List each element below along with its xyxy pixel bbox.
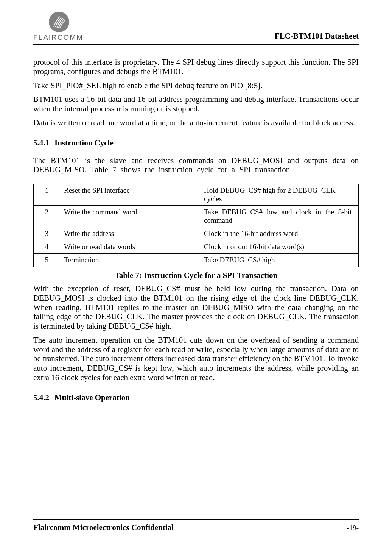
table-7: 1 Reset the SPI interface Hold DEBUG_CS#… [33, 184, 359, 267]
heading-542: 5.4.2Multi-slave Operation [33, 393, 359, 402]
heading-542-num: 5.4.2 [33, 393, 54, 402]
table-row: 2 Write the command word Take DEBUG_CS# … [34, 206, 359, 227]
cell-step-name: Reset the SPI interface [60, 184, 200, 206]
para-intro-3: BTM101 uses a 16-bit data and 16-bit add… [33, 95, 359, 114]
cell-step-action: Clock in or out 16-bit data word(s) [200, 240, 359, 254]
cell-step-num: 3 [34, 227, 60, 240]
table-row: 4 Write or read data words Clock in or o… [34, 240, 359, 254]
page-header: FLAIRCOMM FLC-BTM101 Datasheet [33, 11, 359, 42]
para-after-table-1: With the exception of reset, DEBUG_CS# m… [33, 284, 359, 331]
page-number: -19- [347, 524, 359, 532]
cell-step-name: Write the address [60, 227, 200, 240]
para-intro-4: Data is written or read one word at a ti… [33, 118, 359, 128]
doc-title: FLC-BTM101 Datasheet [275, 31, 359, 41]
cell-step-action: Clock in the 16-bit address word [200, 227, 359, 240]
cell-step-action: Hold DEBUG_CS# high for 2 DEBUG_CLK cycl… [200, 184, 359, 206]
logo-text: FLAIRCOMM [33, 33, 83, 42]
para-intro-1: protocol of this interface is proprietar… [33, 58, 359, 76]
table-row: 3 Write the address Clock in the 16-bit … [34, 227, 359, 240]
table-row: 5 Termination Take DEBUG_CS# high [34, 254, 359, 267]
flaircomm-logo-icon [48, 11, 70, 33]
cell-step-action: Take DEBUG_CS# low and clock in the 8-bi… [200, 206, 359, 227]
cell-step-action: Take DEBUG_CS# high [200, 254, 359, 267]
cell-step-num: 2 [34, 206, 60, 227]
heading-541-num: 5.4.1 [33, 138, 54, 148]
header-rule [33, 44, 359, 46]
table-7-caption: Table 7: Instruction Cycle for a SPI Tra… [33, 271, 359, 280]
logo-block: FLAIRCOMM [33, 11, 83, 42]
cell-step-name: Write or read data words [60, 240, 200, 254]
heading-541: 5.4.1Instruction Cycle [33, 138, 359, 148]
svg-point-0 [49, 12, 69, 32]
para-541-intro: The BTM101 is the slave and receives com… [33, 156, 359, 175]
footer-rule [33, 519, 359, 521]
cell-step-name: Termination [60, 254, 200, 267]
cell-step-num: 1 [34, 184, 60, 206]
footer-confidential: Flaircomm Microelectronics Confidential [33, 523, 174, 532]
cell-step-num: 4 [34, 240, 60, 254]
para-intro-2: Take SPI_PIO#_SEL high to enable the SPI… [33, 81, 359, 90]
page-footer: Flaircomm Microelectronics Confidential … [33, 519, 359, 532]
heading-541-title: Instruction Cycle [54, 138, 114, 147]
heading-542-title: Multi-slave Operation [54, 393, 130, 402]
para-after-table-2: The auto increment operation on the BTM1… [33, 335, 359, 382]
cell-step-name: Write the command word [60, 206, 200, 227]
cell-step-num: 5 [34, 254, 60, 267]
table-row: 1 Reset the SPI interface Hold DEBUG_CS#… [34, 184, 359, 206]
